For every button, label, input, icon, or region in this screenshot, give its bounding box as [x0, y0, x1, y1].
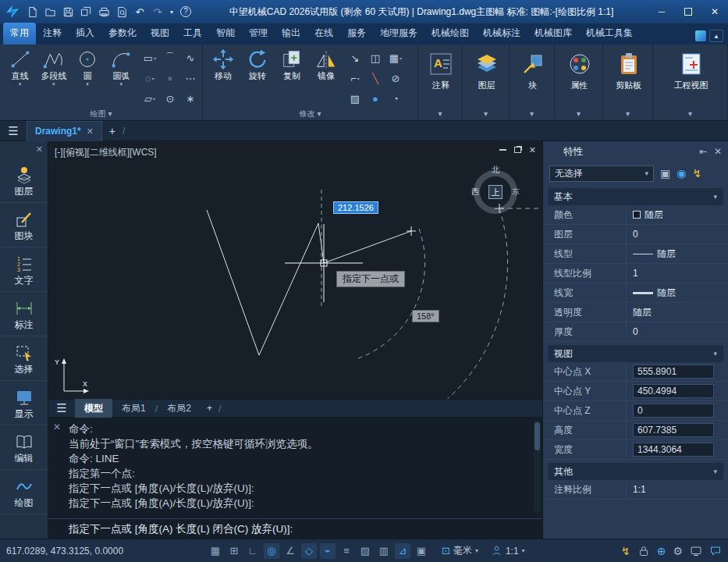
small-tool-icon[interactable]: ⌒ [160, 48, 180, 68]
prop-row-height[interactable]: 高度 607.7385 [543, 421, 728, 440]
prop-row-center-z[interactable]: 中心点 Z 0 [543, 401, 728, 421]
properties-button[interactable]: 属性 [558, 48, 601, 108]
small-tool-icon[interactable]: ▱▾ [140, 88, 160, 108]
caret-down-icon[interactable]: ▾ [52, 81, 55, 87]
command-scroll-thumb[interactable] [534, 422, 540, 450]
small-tool-icon[interactable]: ◫ [365, 48, 385, 68]
tab-tools[interactable]: 工具 [176, 23, 209, 44]
section-header-view[interactable]: 视图▾ [548, 345, 723, 362]
annotation-scale-selector[interactable]: 1:1 ▾ [491, 545, 525, 557]
menu-hamburger-icon[interactable]: ☰ [0, 124, 27, 138]
compass-north[interactable]: 北 [492, 165, 499, 176]
tab-insert[interactable]: 插入 [69, 23, 101, 44]
prop-row-color[interactable]: 颜色 随层 [543, 205, 728, 225]
undo-icon[interactable]: ↶ [131, 3, 148, 20]
viewport-minimize-icon[interactable] [499, 149, 506, 151]
print-icon[interactable] [95, 3, 112, 20]
prop-row-width[interactable]: 宽度 1344.3064 [543, 440, 728, 460]
small-tool-icon[interactable]: ▫ [160, 68, 180, 88]
prop-value-input[interactable]: 1344.3064 [633, 443, 714, 457]
style-manager-icon[interactable] [695, 30, 706, 41]
clean-screen-icon[interactable] [690, 545, 702, 557]
properties-group-footer[interactable]: ▾ [555, 108, 602, 120]
navigation-compass[interactable]: 北 西 东 上 [468, 165, 523, 219]
prop-row-lineweight[interactable]: 线宽 随层 [543, 283, 728, 303]
command-line-panel[interactable]: ✕ 命令: 当前处于“窗口”套索模式，按空格键可循环浏览选项。 命令: LINE… [48, 418, 542, 539]
tab-annotate[interactable]: 注释 [36, 23, 69, 44]
print-preview-icon[interactable] [113, 3, 130, 20]
command-scrollbar[interactable] [534, 421, 541, 513]
rotate-tool[interactable]: 旋转 [240, 48, 275, 108]
engineering-view-group-footer[interactable]: ▾ [653, 108, 727, 120]
redo-icon[interactable]: ↷ [149, 3, 166, 20]
tab-home[interactable]: 常用 [3, 23, 36, 44]
properties-close-icon[interactable]: ✕ [714, 146, 722, 157]
layout-tab-2[interactable]: 布局2 [158, 399, 201, 418]
new-document-tab-icon[interactable]: + [102, 125, 123, 137]
prop-row-center-x[interactable]: 中心点 X 555.8901 [543, 362, 728, 382]
small-tool-icon[interactable]: ⊘ [385, 68, 406, 88]
dynamic-input-toggle-icon[interactable]: ⊿ [395, 543, 410, 559]
clipboard-button[interactable]: 剪贴板 [606, 48, 651, 108]
lineweight-toggle-icon[interactable]: ≡ [339, 543, 354, 559]
tab-mech-draw[interactable]: 机械绘图 [424, 23, 476, 44]
prop-row-linetype[interactable]: 线型 随层 [543, 244, 728, 264]
prop-row-layer[interactable]: 图层 0 [543, 225, 728, 244]
grid-toggle-icon[interactable]: ▦ [208, 543, 223, 559]
caret-down-icon[interactable]: ▾ [120, 81, 123, 87]
section-header-basic[interactable]: 基本▾ [548, 188, 723, 205]
sidebar-item-draw[interactable]: 绘图 [0, 470, 48, 514]
open-folder-icon[interactable] [41, 3, 59, 20]
tab-mech-lib[interactable]: 机械图库 [527, 23, 579, 44]
drawing-viewport[interactable]: [-][俯视][二维线框][WCS] ✕ 北 西 东 上 212.1526 指定… [48, 141, 542, 399]
prop-row-center-y[interactable]: 中心点 Y 450.4994 [543, 382, 728, 401]
prop-value-input[interactable]: 450.4994 [633, 384, 714, 398]
modify-group-footer[interactable]: 修改 ▾ [203, 108, 417, 120]
viewport-label[interactable]: [-][俯视][二维线框][WCS] [55, 146, 157, 159]
line-tool[interactable]: 直线 ▾ [3, 48, 37, 108]
tab-mech-toolset[interactable]: 机械工具集 [579, 23, 640, 44]
caret-down-icon[interactable]: ▾ [86, 81, 89, 87]
crosshair-settings-icon[interactable]: ⊕ [657, 545, 666, 557]
small-tool-icon[interactable]: ⋯ [180, 68, 201, 88]
section-header-other[interactable]: 其他▾ [548, 463, 723, 480]
prop-value-input[interactable]: 555.8901 [633, 365, 714, 379]
command-input-line[interactable]: 指定下一点或 [角度(A) 长度(L) 闭合(C) 放弃(U)]: [48, 518, 542, 539]
polar-toggle-icon[interactable]: ◎ [264, 543, 279, 559]
compass-east[interactable]: 东 [512, 187, 520, 197]
tab-mech-dim[interactable]: 机械标注 [476, 23, 527, 44]
units-selector[interactable]: ⊡ 毫米 ▾ [442, 544, 478, 557]
annotate-group-footer[interactable]: ▾ [418, 108, 462, 120]
dynamic-input-field[interactable]: 212.1526 [333, 201, 378, 214]
small-tool-icon[interactable]: ⊙ [160, 88, 180, 108]
layout-menu-icon[interactable]: ☰ [48, 401, 75, 415]
sidebar-item-block[interactable]: 图块 [0, 203, 48, 247]
polyline-tool[interactable]: 多段线 ▾ [37, 48, 70, 108]
otrack-toggle-icon[interactable]: ⌁ [320, 543, 336, 559]
cycle-select-toggle-icon[interactable]: ▥ [376, 543, 392, 559]
autohide-pin-icon[interactable]: ⇤ [699, 146, 707, 157]
snap-toggle-icon[interactable]: ⊞ [226, 543, 242, 559]
prop-row-thickness[interactable]: 厚度 0 [543, 322, 728, 342]
save-all-icon[interactable] [77, 3, 94, 20]
compass-west[interactable]: 西 [471, 187, 479, 197]
close-button[interactable]: ✕ [701, 0, 728, 23]
circle-tool[interactable]: 圆 ▾ [71, 48, 105, 108]
engineering-view-button[interactable]: 工程视图 [656, 48, 726, 108]
new-file-icon[interactable] [23, 3, 41, 20]
small-tool-icon[interactable]: ∿ [180, 48, 201, 68]
tab-manage[interactable]: 管理 [242, 23, 275, 44]
tab-output[interactable]: 输出 [275, 23, 307, 44]
sidebar-item-dimension[interactable]: 标注 [0, 292, 48, 336]
minimize-button[interactable]: ─ [648, 0, 675, 23]
close-document-icon[interactable]: ✕ [87, 126, 94, 137]
toggle-pickadd-icon[interactable]: ↯ [692, 167, 701, 180]
tab-service[interactable]: 服务 [340, 23, 373, 44]
sidebar-item-select[interactable]: 选择 [0, 336, 48, 381]
small-tool-icon[interactable]: ◔ [385, 88, 406, 108]
qat-dropdown-icon[interactable]: ▾ [167, 3, 176, 20]
tab-parametric[interactable]: 参数化 [101, 23, 144, 44]
tab-view[interactable]: 视图 [144, 23, 176, 44]
sidebar-item-text[interactable]: 123 文字 [0, 247, 48, 292]
layout-tab-1[interactable]: 布局1 [112, 399, 155, 418]
